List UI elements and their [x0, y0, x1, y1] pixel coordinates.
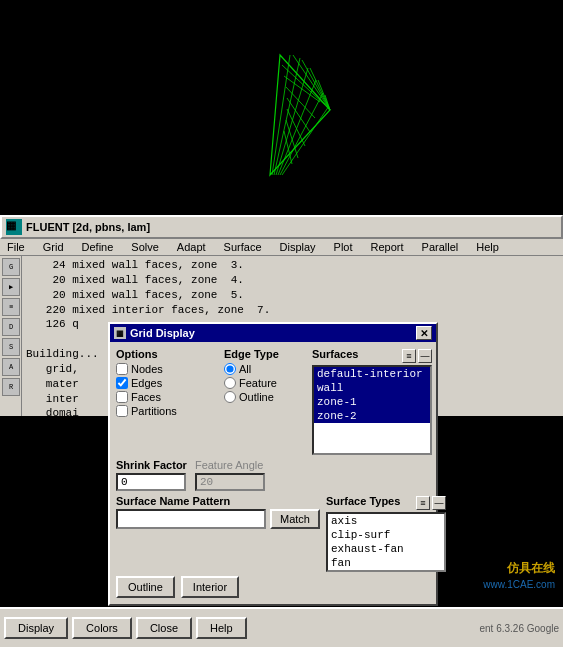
partitions-label: Partitions: [131, 405, 177, 417]
feature-radio-row: Feature: [224, 377, 304, 389]
grid-display-dialog: ▦ Grid Display ✕ Options Nodes Edges F: [108, 322, 438, 606]
surface-name-input[interactable]: [116, 509, 266, 529]
fluent-titlebar: ▦ FLUENT [2d, pbns, lam]: [0, 215, 563, 239]
svg-line-15: [302, 60, 330, 110]
shrink-factor-input[interactable]: [116, 473, 186, 491]
surface-types-label: Surface Types: [326, 495, 400, 507]
faces-checkbox-row: Faces: [116, 391, 216, 403]
help-button[interactable]: Help: [196, 617, 247, 639]
surface-types-list[interactable]: axis clip-surf exhaust-fan fan: [326, 512, 446, 572]
surfaces-label: Surfaces: [312, 348, 358, 360]
all-radio[interactable]: [224, 363, 236, 375]
surfaces-select-all-btn[interactable]: ≡: [402, 349, 416, 363]
side-icon-4[interactable]: D: [2, 318, 20, 336]
menu-grid[interactable]: Grid: [40, 240, 67, 254]
faces-checkbox[interactable]: [116, 391, 128, 403]
dialog-bottom-row: Outline Interior: [116, 576, 430, 598]
side-icon-7[interactable]: R: [2, 378, 20, 396]
edge-type-label: Edge Type: [224, 348, 304, 360]
outline-radio-row: Outline: [224, 391, 304, 403]
shrink-factor-section: Shrink Factor: [116, 459, 187, 491]
menu-parallel[interactable]: Parallel: [419, 240, 462, 254]
nodes-label: Nodes: [131, 363, 163, 375]
surface-item-zone2[interactable]: zone-2: [314, 409, 430, 423]
feature-angle-section: Feature Angle: [195, 459, 265, 491]
close-button[interactable]: Close: [136, 617, 192, 639]
menu-file[interactable]: File: [4, 240, 28, 254]
surfaces-list[interactable]: default-interior wall zone-1 zone-2: [312, 365, 432, 455]
feature-radio[interactable]: [224, 377, 236, 389]
surfaces-list-controls: ≡ —: [402, 349, 432, 363]
surface-name-row: Surface Name Pattern Match Surface Types…: [116, 495, 430, 572]
menu-adapt[interactable]: Adapt: [174, 240, 209, 254]
menu-define[interactable]: Define: [79, 240, 117, 254]
dialog-row1: Options Nodes Edges Faces Partitions: [116, 348, 430, 455]
dialog-titlebar: ▦ Grid Display ✕: [110, 324, 436, 342]
side-icon-2[interactable]: ▶: [2, 278, 20, 296]
menu-plot[interactable]: Plot: [331, 240, 356, 254]
dialog-body: Options Nodes Edges Faces Partitions: [110, 342, 436, 604]
dialog-close-button[interactable]: ✕: [416, 326, 432, 340]
surface-item-wall[interactable]: wall: [314, 381, 430, 395]
edge-type-section: Edge Type All Feature Outline: [224, 348, 304, 455]
svg-line-13: [282, 106, 329, 175]
surface-name-input-row: Match: [116, 509, 320, 529]
display-button[interactable]: Display: [4, 617, 68, 639]
menu-surface[interactable]: Surface: [221, 240, 265, 254]
feature-angle-input[interactable]: [195, 473, 265, 491]
svg-line-14: [293, 55, 330, 110]
surface-item-default-interior[interactable]: default-interior: [314, 367, 430, 381]
outline-label: Outline: [239, 391, 274, 403]
surface-types-select-all-btn[interactable]: ≡: [416, 496, 430, 510]
surfaces-deselect-btn[interactable]: —: [418, 349, 432, 363]
surfaces-section: Surfaces ≡ — default-interior wall zone-…: [312, 348, 432, 455]
match-button[interactable]: Match: [270, 509, 320, 529]
surface-item-zone1[interactable]: zone-1: [314, 395, 430, 409]
svg-line-11: [278, 80, 316, 175]
side-icon-1[interactable]: G: [2, 258, 20, 276]
edges-checkbox-row: Edges: [116, 377, 216, 389]
surface-types-deselect-btn[interactable]: —: [432, 496, 446, 510]
side-icon-6[interactable]: A: [2, 358, 20, 376]
menu-report[interactable]: Report: [368, 240, 407, 254]
surface-types-list-controls: ≡ —: [416, 496, 446, 510]
outline-button[interactable]: Outline: [116, 576, 175, 598]
svg-line-16: [310, 68, 330, 110]
menu-display[interactable]: Display: [277, 240, 319, 254]
dialog-title: Grid Display: [130, 327, 195, 339]
interior-button[interactable]: Interior: [181, 576, 239, 598]
edges-checkbox[interactable]: [116, 377, 128, 389]
edges-label: Edges: [131, 377, 162, 389]
bottom-buttons: Outline Interior: [116, 576, 430, 598]
colors-button[interactable]: Colors: [72, 617, 132, 639]
surface-name-label: Surface Name Pattern: [116, 495, 320, 507]
all-radio-row: All: [224, 363, 304, 375]
viewport: [0, 0, 563, 215]
shrink-factor-label: Shrink Factor: [116, 459, 187, 471]
svg-marker-0: [270, 55, 330, 175]
menu-solve[interactable]: Solve: [128, 240, 162, 254]
options-label: Options: [116, 348, 216, 360]
partitions-checkbox[interactable]: [116, 405, 128, 417]
fluent-icon: ▦: [6, 219, 22, 235]
menu-help[interactable]: Help: [473, 240, 502, 254]
side-icon-3[interactable]: ≡: [2, 298, 20, 316]
outline-radio[interactable]: [224, 391, 236, 403]
watermark-line1: 仿具在线: [483, 559, 555, 577]
watermark: 仿具在线 www.1CAE.com: [483, 559, 555, 592]
feature-angle-label: Feature Angle: [195, 459, 265, 471]
type-item-exhaust-fan[interactable]: exhaust-fan: [328, 542, 444, 556]
type-item-fan[interactable]: fan: [328, 556, 444, 570]
feature-label: Feature: [239, 377, 277, 389]
version-label: ent 6.3.26 Google: [251, 623, 559, 634]
svg-line-12: [280, 93, 323, 175]
fluent-title: FLUENT [2d, pbns, lam]: [26, 221, 150, 233]
type-item-clip-surf[interactable]: clip-surf: [328, 528, 444, 542]
menu-bar: File Grid Define Solve Adapt Surface Dis…: [0, 239, 563, 256]
all-label: All: [239, 363, 251, 375]
side-icon-5[interactable]: S: [2, 338, 20, 356]
type-item-axis[interactable]: axis: [328, 514, 444, 528]
surface-types-section: Surface Types ≡ — axis clip-surf exhaust…: [326, 495, 446, 572]
bottom-bar: Display Colors Close Help ent 6.3.26 Goo…: [0, 607, 563, 647]
nodes-checkbox[interactable]: [116, 363, 128, 375]
